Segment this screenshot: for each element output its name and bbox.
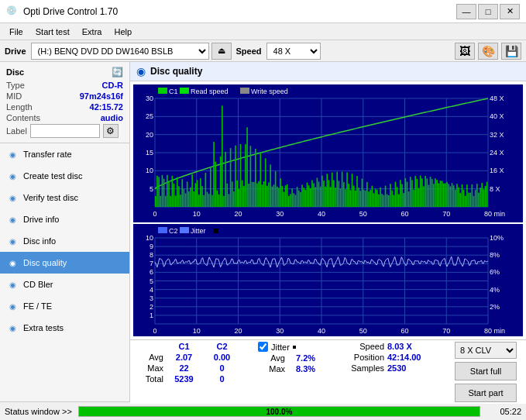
start-full-button[interactable]: Start full <box>455 362 517 380</box>
status-window-button[interactable]: Status window >> <box>5 407 72 416</box>
c1-header: C1 <box>167 342 201 351</box>
disc-type-label: Type <box>6 81 25 90</box>
sidebar-item-fe-te[interactable]: ◉ FE / TE <box>0 295 129 317</box>
jitter-checkbox[interactable] <box>258 342 268 352</box>
disc-length-label: Length <box>6 102 33 112</box>
speed-label: Speed <box>236 46 262 56</box>
samples-row: Samples 2530 <box>342 363 426 373</box>
avg-c1: 2.07 <box>167 353 201 362</box>
chart2-wrapper <box>133 224 523 336</box>
max-c1: 22 <box>167 363 201 373</box>
sidebar-item-label: Extra tests <box>23 323 64 332</box>
app-title: Opti Drive Control 1.70 <box>23 6 456 17</box>
start-part-button[interactable]: Start part <box>455 384 517 402</box>
stats-area: C1 C2 Avg 2.07 0.00 Max 22 0 Total 5239 … <box>130 339 526 404</box>
sidebar-item-disc-info[interactable]: ◉ Disc info <box>0 230 129 252</box>
jitter-avg-row: Avg 7.2% <box>258 353 323 363</box>
cd-bler-icon: ◉ <box>6 278 19 291</box>
chart1-wrapper <box>133 84 523 222</box>
sidebar-item-label: Disc info <box>23 236 56 246</box>
verify-test-disc-icon: ◉ <box>6 191 19 204</box>
speed-stats: Speed 8.03 X Position 42:14.00 Samples 2… <box>342 342 426 374</box>
disc-label-button[interactable]: ⚙ <box>103 124 119 138</box>
minimize-button[interactable]: — <box>456 4 476 19</box>
disc-length-row: Length 42:15.72 <box>6 102 123 112</box>
disc-contents-value: audio <box>101 113 123 122</box>
disc-label-row: Label ⚙ <box>6 124 123 138</box>
drive-bar: Drive (H:) BENQ DVD DD DW1640 BSLB ⏏ Spe… <box>0 40 526 62</box>
sidebar: Disc 🔄 Type CD-R MID 97m24s16f Length 42… <box>0 62 130 401</box>
close-button[interactable]: ✕ <box>500 4 520 19</box>
stats-avg-row: Avg 2.07 0.00 <box>136 353 239 362</box>
maximize-button[interactable]: □ <box>478 4 498 19</box>
sidebar-item-extra-tests[interactable]: ◉ Extra tests <box>0 317 129 339</box>
disc-mid-value: 97m24s16f <box>80 91 123 101</box>
jitter-max-label: Max <box>258 364 285 374</box>
action-buttons: 8 X CLV Start full Start part <box>455 342 520 402</box>
disc-info-icon: ◉ <box>6 235 19 247</box>
menu-start-test[interactable]: Start test <box>29 26 76 38</box>
disc-contents-row: Contents audio <box>6 113 123 122</box>
speed-select[interactable]: 48 X <box>266 43 321 60</box>
sidebar-item-label: FE / TE <box>23 301 52 311</box>
sidebar-item-label: Create test disc <box>23 171 82 181</box>
sidebar-item-label: Drive info <box>23 215 59 224</box>
stats-header: C1 C2 <box>136 342 239 351</box>
menu-help[interactable]: Help <box>108 26 138 38</box>
sidebar-item-create-test-disc[interactable]: ◉ Create test disc <box>0 165 129 187</box>
progress-bar-wrap: 100.0% <box>78 406 480 417</box>
avg-c2: 0.00 <box>205 353 239 362</box>
speed-label: Speed <box>342 342 384 351</box>
sidebar-item-cd-bler[interactable]: ◉ CD Bler <box>0 274 129 295</box>
c2-header: C2 <box>205 342 239 351</box>
stats-max-row: Max 22 0 <box>136 363 239 373</box>
jitter-label: Jitter <box>271 343 290 352</box>
sidebar-item-label: Disc quality <box>23 258 67 267</box>
disc-type-row: Type CD-R <box>6 81 123 90</box>
toolbar-icon-1[interactable]: 🖼 <box>455 43 475 60</box>
fe-te-icon: ◉ <box>6 300 19 312</box>
sidebar-item-disc-quality[interactable]: ◉ Disc quality <box>0 252 129 274</box>
sidebar-item-label: Verify test disc <box>23 193 78 202</box>
eject-button[interactable]: ⏏ <box>211 43 232 60</box>
disc-label-input[interactable] <box>30 124 100 138</box>
clv-select[interactable]: 8 X CLV <box>455 342 517 359</box>
jitter-max-val: 8.3% <box>288 364 323 374</box>
position-row: Position 42:14.00 <box>342 353 426 362</box>
jitter-avg-label: Avg <box>258 353 285 363</box>
sidebar-item-label: Transfer rate <box>23 150 72 159</box>
create-test-disc-icon: ◉ <box>6 170 19 182</box>
content-header-title: Disc quality <box>150 66 202 77</box>
disc-mid-label: MID <box>6 91 22 101</box>
menu-file[interactable]: File <box>3 26 29 38</box>
disc-refresh-icon[interactable]: 🔄 <box>112 67 123 77</box>
menu-bar: File Start test Extra Help <box>0 23 526 40</box>
sidebar-item-verify-test-disc[interactable]: ◉ Verify test disc <box>0 187 129 208</box>
drive-select[interactable]: (H:) BENQ DVD DD DW1640 BSLB <box>31 43 209 60</box>
position-label: Position <box>342 353 384 362</box>
disc-info-panel: Disc 🔄 Type CD-R MID 97m24s16f Length 42… <box>0 62 129 143</box>
transfer-rate-icon: ◉ <box>6 148 19 160</box>
main-layout: Disc 🔄 Type CD-R MID 97m24s16f Length 42… <box>0 62 526 401</box>
max-label: Max <box>136 363 163 373</box>
clv-select-row: 8 X CLV <box>455 342 517 359</box>
sidebar-item-drive-info[interactable]: ◉ Drive info <box>0 208 129 230</box>
toolbar-icon-2[interactable]: 🎨 <box>478 43 498 60</box>
chart2-canvas <box>133 224 523 336</box>
title-bar: 💿 Opti Drive Control 1.70 — □ ✕ <box>0 0 526 23</box>
toolbar-icon-3[interactable]: 💾 <box>501 43 521 60</box>
sidebar-item-transfer-rate[interactable]: ◉ Transfer rate <box>0 143 129 165</box>
chart1-canvas <box>133 84 523 221</box>
drive-label: Drive <box>5 46 26 56</box>
status-bar: Status window >> 100.0% 05:22 <box>0 401 526 420</box>
total-c2: 0 <box>205 374 239 384</box>
jitter-avg-val: 7.2% <box>288 353 323 363</box>
disc-quality-icon: ◉ <box>6 256 19 269</box>
disc-length-value: 42:15.72 <box>90 102 123 112</box>
app-icon: 💿 <box>6 5 19 18</box>
menu-extra[interactable]: Extra <box>76 26 108 38</box>
jitter-header: Jitter <box>258 342 323 352</box>
disc-info-header: Disc 🔄 <box>6 67 123 77</box>
extra-tests-icon: ◉ <box>6 322 19 334</box>
content-header: ◉ Disc quality <box>130 62 526 81</box>
